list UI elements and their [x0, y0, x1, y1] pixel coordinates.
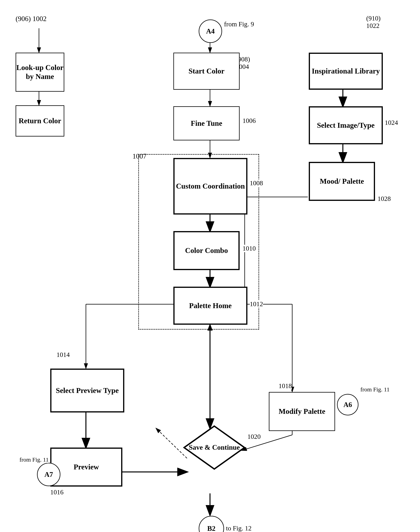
- label-from-fig11-a6: from Fig. 11: [360, 386, 390, 393]
- label-1012: 1012: [250, 300, 263, 308]
- box-lookup-color: Look-up Color by Name: [15, 53, 64, 92]
- box-inspirational-library: Inspirational Library: [309, 53, 383, 90]
- label-1028: 1028: [377, 195, 391, 202]
- label-1014: 1014: [57, 351, 70, 358]
- connector-a6: A6: [337, 394, 359, 415]
- box-palette-home: Palette Home: [173, 287, 247, 325]
- label-1018: 1018: [279, 382, 292, 390]
- box-start-color: Start Color: [173, 53, 240, 90]
- connector-a7: A7: [37, 463, 60, 486]
- label-to-fig12: to Fig. 12: [226, 525, 252, 532]
- box-return-color: Return Color: [15, 105, 64, 137]
- diamond-save-continue: Save & Continue: [183, 425, 245, 470]
- box-modify-palette: Modify Palette: [269, 392, 335, 431]
- label-910-1022: (910)1022: [366, 15, 381, 30]
- box-mood-palette: Mood/ Palette: [309, 162, 375, 201]
- label-1006: 1006: [242, 117, 256, 124]
- label-1008: 1008: [250, 179, 263, 187]
- box-select-image-type: Select Image/Type: [309, 106, 383, 144]
- label-1016: 1016: [50, 488, 63, 496]
- box-select-preview-type: Select Preview Type: [50, 369, 124, 412]
- box-color-combo: Color Combo: [173, 231, 240, 270]
- connector-b2: B2: [199, 516, 224, 532]
- label-1024: 1024: [385, 119, 398, 126]
- label-1020: 1020: [247, 433, 261, 440]
- label-906-1002: (906) 1002: [15, 15, 46, 23]
- box-fine-tune: Fine Tune: [173, 106, 240, 140]
- label-1010: 1010: [242, 245, 256, 252]
- label-from-fig9: from Fig. 9: [224, 20, 254, 28]
- box-preview: Preview: [50, 448, 122, 486]
- diamond-label-save-continue: Save & Continue: [189, 443, 240, 452]
- svg-line-25: [156, 428, 187, 458]
- label-from-fig11-a7: from Fig. 11: [19, 456, 49, 463]
- diagram-container: (906) 1002 Look-up Color by Name Return …: [0, 0, 420, 532]
- connector-a4: A4: [199, 19, 222, 43]
- box-custom-coordination: Custom Coordination: [173, 158, 247, 214]
